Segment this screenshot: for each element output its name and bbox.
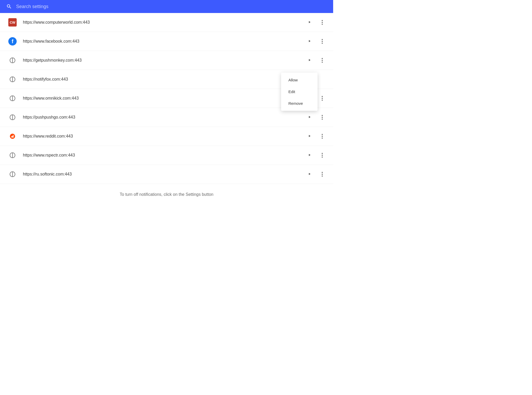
site-row: https://www.rspectr.com:443	[0, 146, 333, 165]
svg-point-5	[14, 135, 14, 135]
site-row: CWhttps://www.computerworld.com:443	[0, 13, 333, 32]
expand-arrow-icon[interactable]	[306, 38, 313, 45]
expand-arrow-icon[interactable]	[306, 152, 313, 159]
site-url: https://notifyfox.com:443	[23, 77, 325, 82]
context-menu-item-remove[interactable]: Remove	[281, 98, 318, 109]
search-bar	[0, 0, 333, 13]
more-options-button[interactable]	[320, 19, 325, 26]
search-icon	[6, 4, 12, 9]
site-url: https://www.facebook.com:443	[23, 39, 306, 44]
site-row: https://getpushmonkey.com:443	[0, 51, 333, 70]
site-icon-globe	[8, 113, 17, 121]
more-options-button[interactable]	[320, 171, 325, 178]
expand-arrow-icon[interactable]	[306, 133, 313, 140]
more-options-button[interactable]	[320, 95, 325, 102]
site-url: https://www.omnikick.com:443	[23, 96, 306, 101]
site-icon-globe	[8, 170, 17, 178]
context-menu: AllowEditRemove	[281, 73, 318, 111]
more-options-button[interactable]	[320, 57, 325, 64]
more-options-button[interactable]	[320, 133, 325, 140]
site-row: https://www.reddit.com:443	[0, 127, 333, 146]
expand-arrow-icon[interactable]	[306, 19, 313, 26]
more-options-button[interactable]	[320, 114, 325, 121]
more-options-button[interactable]	[320, 152, 325, 159]
site-url: https://www.reddit.com:443	[23, 134, 306, 139]
site-row: fhttps://www.facebook.com:443	[0, 32, 333, 51]
svg-point-2	[12, 136, 12, 137]
expand-arrow-icon[interactable]	[306, 171, 313, 178]
site-icon-globe	[8, 56, 17, 64]
site-url: https://www.rspectr.com:443	[23, 153, 306, 158]
site-icon-cw: CW	[8, 18, 17, 27]
site-list: CWhttps://www.computerworld.com:443fhttp…	[0, 13, 333, 184]
site-url: https://pushpushgo.com:443	[23, 115, 306, 120]
context-menu-item-edit[interactable]: Edit	[281, 86, 318, 98]
search-input[interactable]	[16, 4, 327, 9]
site-url: https://www.computerworld.com:443	[23, 20, 306, 25]
site-icon-globe	[8, 94, 17, 102]
svg-point-3	[13, 136, 14, 137]
site-icon-reddit	[8, 132, 17, 140]
site-icon-facebook: f	[8, 37, 17, 46]
site-row: https://ru.softonic.com:443	[0, 165, 333, 184]
more-options-button[interactable]	[320, 38, 325, 45]
expand-arrow-icon[interactable]	[306, 57, 313, 64]
footer-text: To turn off notifications, click on the …	[0, 184, 333, 201]
site-icon-globe	[8, 151, 17, 159]
site-url: https://ru.softonic.com:443	[23, 172, 306, 177]
site-icon-globe	[8, 75, 17, 83]
context-menu-item-allow[interactable]: Allow	[281, 74, 318, 86]
site-url: https://getpushmonkey.com:443	[23, 58, 306, 63]
site-row: https://notifyfox.com:443AllowEditRemove	[0, 70, 333, 89]
expand-arrow-icon[interactable]	[306, 114, 313, 121]
